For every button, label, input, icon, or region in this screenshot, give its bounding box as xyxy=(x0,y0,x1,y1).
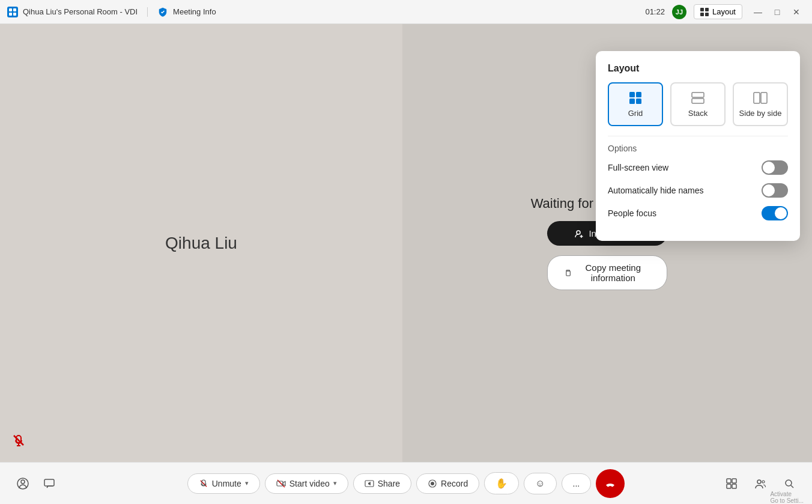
react-button[interactable]: ☺ xyxy=(524,473,556,494)
copy-btn-label: Copy meeting information xyxy=(576,263,650,283)
svg-rect-6 xyxy=(700,13,704,16)
meeting-info-title: Meeting Info xyxy=(173,7,216,16)
svg-point-36 xyxy=(757,480,761,484)
svg-rect-15 xyxy=(629,92,635,97)
svg-line-39 xyxy=(791,485,793,488)
more-button[interactable]: ... xyxy=(562,473,592,494)
svg-rect-3 xyxy=(13,13,16,16)
profile-icon-btn[interactable] xyxy=(12,473,34,494)
svg-rect-5 xyxy=(705,8,709,11)
layout-option-grid[interactable]: Grid xyxy=(608,82,663,126)
svg-point-11 xyxy=(577,231,580,234)
start-video-label: Start video xyxy=(289,479,330,488)
svg-point-31 xyxy=(431,482,434,485)
user-avatar: JJ xyxy=(672,5,686,19)
svg-rect-2 xyxy=(9,13,12,16)
fullscreen-label: Full-screen view xyxy=(608,163,668,172)
fullscreen-toggle[interactable] xyxy=(762,160,788,175)
svg-rect-32 xyxy=(727,479,731,483)
record-button[interactable]: Record xyxy=(416,473,479,494)
shield-icon xyxy=(157,7,168,17)
app-title: Qihua Liu's Personal Room - VDI xyxy=(23,7,138,16)
options-title: Options xyxy=(608,144,788,153)
more-label: ... xyxy=(573,479,580,488)
peoplefocus-option-row: People focus xyxy=(608,206,788,220)
fullscreen-option-row: Full-screen view xyxy=(608,160,788,175)
svg-rect-18 xyxy=(636,99,641,104)
svg-rect-33 xyxy=(732,479,736,483)
svg-rect-35 xyxy=(732,484,736,488)
autohide-toggle[interactable] xyxy=(762,183,788,198)
svg-rect-20 xyxy=(692,99,704,103)
grid-label: Grid xyxy=(628,109,643,118)
popup-divider xyxy=(608,136,788,136)
copy-meeting-info-button[interactable]: Copy meeting information xyxy=(547,255,667,290)
stack-label: Stack xyxy=(688,109,708,118)
share-label: Share xyxy=(378,479,400,488)
unmute-arrow[interactable]: ▾ xyxy=(245,479,249,487)
sidebyside-label: Side by side xyxy=(739,109,782,118)
time-display: 01:22 xyxy=(645,7,665,16)
raise-hand-icon: ✋ xyxy=(495,478,507,489)
fullscreen-toggle-knob xyxy=(763,162,775,174)
grid-apps-icon-btn[interactable] xyxy=(721,473,742,494)
svg-rect-14 xyxy=(566,271,570,276)
record-label: Record xyxy=(441,479,468,488)
svg-rect-19 xyxy=(692,93,704,97)
layout-option-stack[interactable]: Stack xyxy=(670,82,726,126)
svg-rect-17 xyxy=(629,99,635,104)
unmute-label: Unmute xyxy=(212,479,241,488)
svg-point-24 xyxy=(21,480,25,484)
maximize-btn[interactable]: □ xyxy=(769,4,786,20)
title-bar-left: Qihua Liu's Personal Room - VDI Meeting … xyxy=(7,7,645,17)
svg-rect-7 xyxy=(705,13,709,16)
layout-button[interactable]: Layout xyxy=(694,4,742,19)
title-divider xyxy=(147,7,148,17)
end-call-button[interactable] xyxy=(596,469,625,498)
main-content: Qihua Liu Waiting for others to join... … xyxy=(0,24,812,462)
raise-hand-button[interactable]: ✋ xyxy=(484,472,519,494)
peoplefocus-label: People focus xyxy=(608,208,656,218)
peoplefocus-toggle[interactable] xyxy=(762,206,788,220)
mute-indicator xyxy=(12,434,25,450)
toolbar-left-icons xyxy=(12,473,60,494)
svg-rect-16 xyxy=(636,92,641,97)
chat-icon-btn[interactable] xyxy=(38,473,60,494)
svg-rect-34 xyxy=(727,484,731,488)
title-bar: Qihua Liu's Personal Room - VDI Meeting … xyxy=(0,0,812,24)
svg-rect-1 xyxy=(13,8,16,11)
close-btn[interactable]: ✕ xyxy=(788,4,805,20)
participant-name: Qihua Liu xyxy=(165,234,237,253)
peoplefocus-toggle-knob xyxy=(775,207,787,219)
unmute-button[interactable]: Unmute ▾ xyxy=(187,473,260,494)
svg-rect-21 xyxy=(754,93,760,103)
svg-rect-4 xyxy=(700,8,704,11)
video-arrow[interactable]: ▾ xyxy=(333,479,337,487)
left-panel: Qihua Liu xyxy=(0,24,402,462)
autohide-label: Automatically hide names xyxy=(608,186,704,195)
minimize-btn[interactable]: — xyxy=(750,4,766,20)
layout-popup: Layout Grid Stack xyxy=(596,51,800,241)
layout-option-sidebyside[interactable]: Side by side xyxy=(733,82,788,126)
start-video-button[interactable]: Start video ▾ xyxy=(265,473,348,494)
autohide-toggle-knob xyxy=(763,184,775,196)
react-icon: ☺ xyxy=(535,478,545,489)
autohide-option-row: Automatically hide names xyxy=(608,183,788,198)
share-button[interactable]: Share xyxy=(353,473,411,494)
svg-rect-0 xyxy=(9,8,12,11)
svg-rect-22 xyxy=(761,93,767,103)
activate-text: Activate Go to Setti... xyxy=(770,491,804,504)
layout-btn-label: Layout xyxy=(712,7,736,16)
title-bar-right: 01:22 JJ Layout — □ ✕ xyxy=(645,4,805,20)
svg-rect-25 xyxy=(44,479,54,486)
bottom-toolbar: Unmute ▾ Start video ▾ Share Record ✋ ☺ … xyxy=(0,462,812,504)
svg-point-38 xyxy=(786,480,792,486)
svg-point-37 xyxy=(762,481,765,483)
app-icon xyxy=(7,7,18,17)
window-controls: — □ ✕ xyxy=(750,4,805,20)
popup-title: Layout xyxy=(608,63,788,74)
layout-options: Grid Stack Side by side xyxy=(608,82,788,126)
participants-icon-btn[interactable] xyxy=(750,473,771,494)
